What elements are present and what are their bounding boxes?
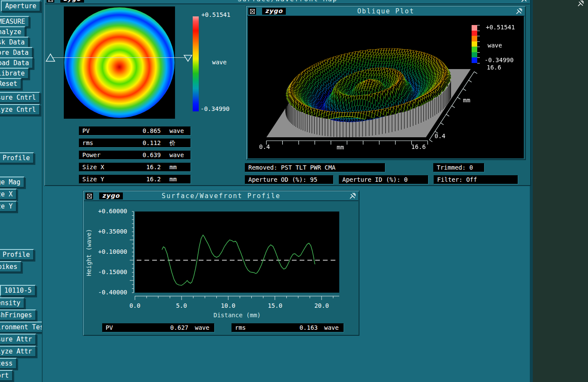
- oblique-colorbar-units: wave: [488, 42, 502, 49]
- sidebar-button-size-y[interactable]: Size Y: [0, 201, 17, 212]
- colorbar-tick: [477, 52, 480, 53]
- profile-stat-pv: PV0.627wave: [102, 323, 214, 332]
- filter-readout: Filter: Off: [434, 175, 518, 184]
- desktop-background: [533, 0, 588, 382]
- oblique-x-left-label: 0.4: [259, 143, 270, 150]
- pushpin-icon[interactable]: [577, 0, 585, 7]
- sidebar-button-aperture[interactable]: Aperture: [1, 0, 41, 12]
- sidebar-button-profile[interactable]: Profile: [0, 152, 34, 164]
- sidebar-button-intensity[interactable]: Intensity: [0, 297, 25, 309]
- removed-readout: Removed: PST TLT PWR CMA: [245, 163, 385, 172]
- map-stat-power: Power0.639wave: [79, 151, 191, 159]
- trimmed-readout: Trimmed: 0: [433, 163, 484, 172]
- map-stat-pv: PV0.865wave: [79, 126, 191, 135]
- wavefront-map-disc: [64, 7, 175, 118]
- x-tick-label: 5.0: [171, 302, 192, 309]
- oblique-x-right-label: 16.6: [411, 143, 426, 150]
- y-tick-label: -0.40000: [92, 289, 127, 296]
- sidebar-button-measure-attr[interactable]: Measure Attr: [0, 334, 36, 345]
- x-tick-label: 20.0: [311, 302, 332, 309]
- oblique-x-axis-label: mm: [337, 144, 344, 151]
- pushpin-icon[interactable]: [516, 8, 523, 15]
- colorbar-min-label: -0.34990: [200, 105, 229, 112]
- sidebar-button-reset[interactable]: Reset: [0, 78, 22, 89]
- sidebar-button-flashfringes[interactable]: FlashFringes: [0, 309, 36, 321]
- sidebar-button-mask-data[interactable]: Mask Data: [0, 37, 29, 48]
- sidebar-button-measure[interactable]: MEASURE: [0, 16, 29, 27]
- map-window-title: Surface/Wavefront Map: [45, 0, 530, 3]
- aperture-od-readout: Aperture OD (%): 95: [245, 175, 333, 184]
- sidebar-button-image-mag[interactable]: Image Mag: [0, 177, 25, 188]
- map-stat-rms: rms0.112价: [79, 139, 191, 147]
- sidebar-button-calibrate[interactable]: Calibrate: [0, 68, 29, 79]
- oblique-3d-surface: [248, 16, 524, 158]
- sidebar-button-process[interactable]: Process: [0, 358, 17, 369]
- sidebar-button-profile[interactable]: Profile: [0, 249, 34, 260]
- sidebar-button-spikes[interactable]: Spikes: [0, 261, 22, 272]
- sidebar: ApertureMEASUREAnalyzeMask DataStore Dat…: [0, 0, 43, 382]
- pushpin-icon[interactable]: [521, 0, 528, 3]
- x-tick-label: 15.0: [264, 302, 286, 309]
- profile-x-axis-title: Distance (mm): [135, 312, 339, 319]
- sidebar-button-analyze-cntrl[interactable]: Analyze Cntrl: [0, 104, 40, 115]
- profile-cut-line[interactable]: [50, 57, 189, 58]
- sidebar-button-size-x[interactable]: Size X: [0, 189, 17, 200]
- sidebar-button-environment-test[interactable]: Environment Test: [0, 322, 43, 333]
- colorbar-tick: [477, 47, 480, 47]
- oblique-colorbar-min: -0.34990: [485, 57, 513, 63]
- y-tick-label: +0.60000: [92, 208, 127, 215]
- map-plot-area: [64, 6, 175, 119]
- sidebar-button-analyze[interactable]: Analyze: [0, 26, 25, 38]
- colorbar-max-label: +0.51541: [201, 11, 230, 18]
- oblique-colorbar-max: +0.51541: [486, 24, 515, 31]
- profile-window-title: Surface/Wavefront Profile: [84, 192, 358, 200]
- profile-stat-rms: rms0.163wave: [231, 323, 344, 332]
- colorbar-tick: [477, 36, 480, 36]
- oblique-plot-window: zygo Oblique Plot +0.51541 wave -0.34990…: [246, 6, 525, 160]
- colorbar-tick: [477, 25, 480, 25]
- sidebar-button-measure-cntrl[interactable]: Measure Cntrl: [0, 92, 40, 103]
- profile-window-titlebar[interactable]: zygo Surface/Wavefront Profile: [84, 192, 358, 201]
- sidebar-button-10110-5[interactable]: 10110-5: [0, 285, 36, 296]
- map-stat-size-y: Size Y16.2mm: [79, 175, 191, 183]
- colorbar-tick: [477, 57, 480, 58]
- colorbar-units-label: wave: [212, 59, 227, 66]
- oblique-window-titlebar[interactable]: zygo Oblique Plot: [247, 7, 525, 16]
- colorbar-tick: [477, 31, 480, 31]
- map-window-titlebar[interactable]: zygo Surface/Wavefront Map: [45, 0, 530, 4]
- y-tick-label: +0.35000: [92, 228, 127, 235]
- sidebar-button-report[interactable]: Report: [0, 370, 13, 381]
- map-colorbar: [193, 16, 199, 111]
- sidebar-button-analyze-attr[interactable]: Analyze Attr: [0, 346, 36, 357]
- profile-window: zygo Surface/Wavefront Profile Height (w…: [83, 191, 359, 335]
- x-tick-label: 0.0: [124, 302, 146, 309]
- oblique-colorbar: [472, 25, 477, 63]
- oblique-depth-axis-label: mm: [463, 97, 470, 104]
- colorbar-tick: [477, 41, 480, 42]
- map-stat-size-x: Size X16.2mm: [79, 163, 191, 171]
- oblique-depth-far-label: 16.6: [487, 64, 501, 71]
- y-tick-label: +0.10000: [92, 248, 127, 255]
- profile-y-axis-title: Height (wave): [85, 220, 92, 285]
- oblique-depth-near-label: 0.4: [435, 133, 445, 139]
- sidebar-button-load-data[interactable]: Load Data: [0, 57, 33, 69]
- oblique-window-title: Oblique Plot: [247, 7, 525, 15]
- x-tick-label: 10.0: [217, 302, 239, 309]
- colorbar-tick: [477, 63, 480, 63]
- aperture-id-readout: Aperture ID (%): 0: [339, 175, 428, 184]
- pushpin-icon[interactable]: [349, 193, 357, 199]
- sidebar-button-store-data[interactable]: Store Data: [0, 47, 33, 58]
- profile-cut-left-handle[interactable]: [45, 53, 56, 62]
- y-tick-label: -0.15000: [92, 268, 127, 275]
- profile-cut-right-handle[interactable]: [183, 54, 193, 62]
